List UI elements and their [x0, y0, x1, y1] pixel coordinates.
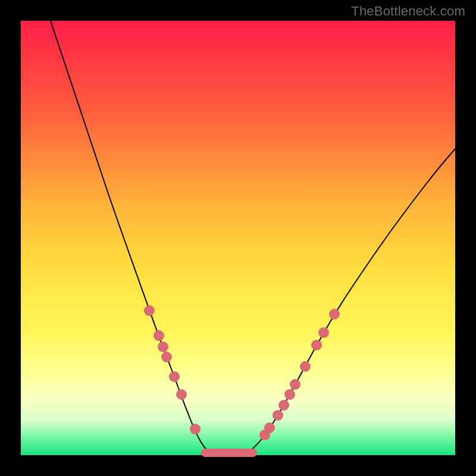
chart-stage: TheBottleneck.com [0, 0, 476, 476]
curve-marker [284, 389, 295, 400]
curve-marker [158, 342, 168, 352]
curve-marker [176, 389, 187, 400]
chart-overlay [21, 21, 455, 455]
curve-marker [329, 309, 340, 320]
curve-markers [144, 305, 340, 440]
curve-marker [290, 379, 300, 390]
curve-marker [273, 410, 283, 421]
curve-marker [190, 424, 201, 434]
curve-marker [278, 400, 289, 411]
curve-marker [144, 305, 155, 316]
curve-left-branch [51, 21, 211, 453]
curve-marker [300, 361, 311, 372]
curve-right-branch [247, 149, 455, 453]
curve-marker [264, 422, 275, 433]
curve-marker [311, 340, 322, 350]
watermark-text: TheBottleneck.com [351, 4, 465, 19]
curve-marker [318, 327, 329, 338]
curve-marker [169, 371, 180, 382]
curve-marker [154, 330, 164, 341]
curve-marker [161, 352, 172, 362]
